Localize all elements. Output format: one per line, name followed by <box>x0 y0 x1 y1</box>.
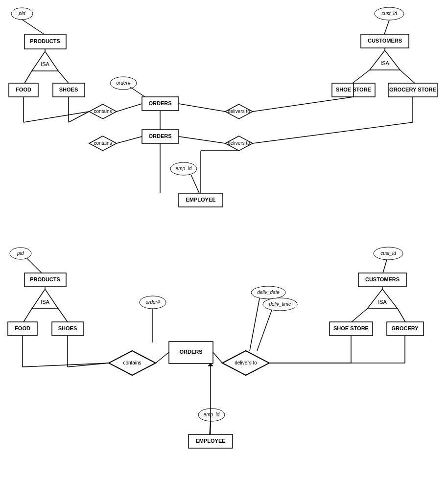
svg-line-3 <box>58 71 69 83</box>
svg-line-24 <box>253 122 413 143</box>
rel-contains1-top-label: contains <box>94 109 112 114</box>
entity-orders2-top-label: ORDERS <box>148 133 171 139</box>
entity-shoes-top-label: SHOES <box>59 87 78 92</box>
attr-order-top-label: order# <box>117 80 131 86</box>
rel-delivers-bot-label: delivers to <box>235 360 257 365</box>
attr-order-bot-label: order# <box>146 299 160 305</box>
entity-food-top-label: FOOD <box>16 87 31 92</box>
svg-line-33 <box>23 363 109 367</box>
attr-custid-top-label: cust_id <box>381 11 397 16</box>
svg-line-21 <box>400 70 415 83</box>
svg-line-11 <box>117 136 142 143</box>
svg-line-29 <box>58 309 68 322</box>
entity-employee-top-label: EMPLOYEE <box>186 197 215 203</box>
svg-line-37 <box>250 298 259 351</box>
svg-line-20 <box>353 70 370 83</box>
entity-food-bot-label: FOOD <box>15 325 30 331</box>
rel-delivers1-top-label: delivers to <box>228 109 250 114</box>
entity-customers-top-label: CUSTOMERS <box>368 38 402 44</box>
entity-orders1-top-label: ORDERS <box>148 100 171 106</box>
attr-pid-bot-label: pid <box>17 250 24 256</box>
svg-line-5 <box>117 104 142 112</box>
svg-line-26 <box>27 258 42 273</box>
rel-delivers2-top-label: delivers to <box>228 140 250 146</box>
isa-products-top-label: ISA <box>41 61 49 67</box>
entity-orders-bot-label: ORDERS <box>179 349 202 355</box>
isa-customers-bot-label: ISA <box>378 299 387 305</box>
entity-employee-bot-label: EMPLOYEE <box>195 438 225 444</box>
svg-line-31 <box>156 352 169 363</box>
attr-delivdate-bot-label: deliv_date <box>257 290 280 295</box>
entity-customers-bot-label: CUSTOMERS <box>365 276 400 282</box>
svg-line-15 <box>191 175 199 193</box>
attr-empid-top-label: emp_id <box>176 166 192 171</box>
attr-custid-bot-label: cust_id <box>380 250 396 256</box>
entity-shoestore-bot-label: SHOE STORE <box>333 325 369 331</box>
svg-line-28 <box>24 309 32 322</box>
isa-customers-top-label: ISA <box>380 60 389 66</box>
er-diagram: pid PRODUCTS ISA FOOD SHOES order# conta… <box>0 0 448 500</box>
svg-line-42 <box>398 309 405 322</box>
svg-line-38 <box>257 310 272 351</box>
svg-line-4 <box>130 87 145 97</box>
svg-line-18 <box>384 20 389 34</box>
svg-line-39 <box>383 260 387 273</box>
entity-shoes-bot-label: SHOES <box>58 325 77 331</box>
svg-line-36 <box>213 352 222 363</box>
isa-products-bot-label: ISA <box>41 299 49 305</box>
svg-line-22 <box>253 97 354 112</box>
svg-line-12 <box>179 136 225 143</box>
rel-contains-bot-label: contains <box>123 360 141 365</box>
entity-grocerystore-top-label: GROCERY STORE <box>389 87 436 92</box>
entity-products-bot-label: PRODUCTS <box>30 276 60 282</box>
entity-products-top-label: PRODUCTS <box>30 38 60 44</box>
attr-delivtime-bot-label: deliv_time <box>269 301 291 307</box>
svg-line-41 <box>352 309 367 322</box>
entity-grocery-bot-label: GROCERY <box>391 325 419 331</box>
attr-empid-bot-label: emp_id <box>204 412 220 417</box>
rel-contains2-top-label: contains <box>94 140 112 146</box>
svg-line-2 <box>24 71 32 83</box>
svg-line-0 <box>22 20 44 34</box>
svg-line-10 <box>179 104 225 112</box>
attr-pid-top-label: pid <box>18 11 25 16</box>
